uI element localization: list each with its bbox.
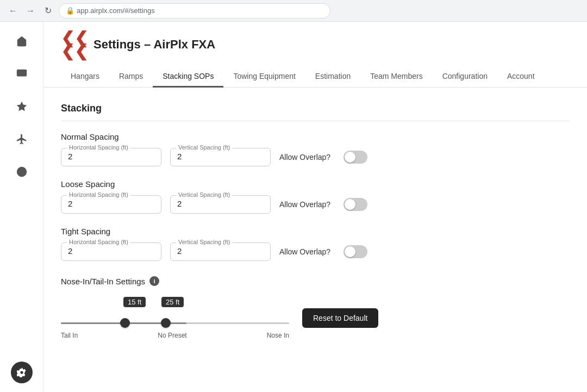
nose-tail-section: Nose-In/Tail-In Settings i 15 ft 25 ft bbox=[61, 276, 570, 339]
reset-to-default-button[interactable]: Reset to Default bbox=[302, 308, 378, 328]
loose-horizontal-field: Horizontal Spacing (ft) bbox=[61, 195, 161, 214]
loose-spacing-group: Loose Spacing Horizontal Spacing (ft) Ve… bbox=[61, 179, 570, 214]
tab-ramps[interactable]: Ramps bbox=[109, 66, 153, 88]
loose-vertical-label: Vertical Spacing (ft) bbox=[176, 191, 232, 198]
sidebar-icon-ramps[interactable] bbox=[11, 63, 33, 85]
normal-horizontal-input[interactable] bbox=[68, 152, 154, 161]
label-tail-in: Tail In bbox=[61, 332, 78, 339]
loose-spacing-fields: Horizontal Spacing (ft) Vertical Spacing… bbox=[61, 195, 570, 214]
tight-spacing-fields: Horizontal Spacing (ft) Vertical Spacing… bbox=[61, 242, 570, 261]
tab-account[interactable]: Account bbox=[497, 66, 545, 88]
address-bar[interactable]: 🔒 app.airplx.com/#/settings bbox=[59, 3, 330, 18]
browser-chrome: ← → ↻ 🔒 app.airplx.com/#/settings bbox=[0, 0, 587, 22]
logo-chevron: ❮❮❮❮ bbox=[61, 32, 88, 58]
normal-overlap-toggle[interactable] bbox=[344, 151, 367, 164]
tight-horizontal-field: Horizontal Spacing (ft) bbox=[61, 242, 161, 261]
normal-spacing-title: Normal Spacing bbox=[61, 132, 570, 141]
lock-icon: 🔒 bbox=[66, 7, 74, 15]
badge-25ft: 25 ft bbox=[161, 297, 184, 307]
tab-stacking-sops[interactable]: Stacking SOPs bbox=[153, 66, 223, 88]
normal-vertical-label: Vertical Spacing (ft) bbox=[176, 144, 232, 151]
slider-track-wrapper[interactable] bbox=[61, 318, 289, 328]
tight-horizontal-input[interactable] bbox=[68, 246, 154, 256]
svg-marker-3 bbox=[16, 102, 26, 111]
stacking-section-title: Stacking bbox=[61, 103, 570, 121]
slider-thumb-1[interactable] bbox=[120, 318, 130, 328]
normal-spacing-fields: Horizontal Spacing (ft) Vertical Spacing… bbox=[61, 148, 570, 166]
loose-overlap-toggle[interactable] bbox=[344, 198, 367, 211]
tight-spacing-group: Tight Spacing Horizontal Spacing (ft) Ve… bbox=[61, 227, 570, 261]
page-title-text: Settings – AirPlx FXA bbox=[93, 38, 215, 52]
tight-vertical-field: Vertical Spacing (ft) bbox=[170, 242, 271, 261]
nav-tabs: Hangars Ramps Stacking SOPs Towing Equip… bbox=[43, 66, 587, 88]
nose-tail-header: Nose-In/Tail-In Settings i bbox=[61, 276, 570, 286]
badge-15ft: 15 ft bbox=[123, 297, 146, 307]
tight-vertical-input[interactable] bbox=[177, 246, 264, 256]
settings-gear-button[interactable] bbox=[11, 362, 33, 383]
tight-spacing-title: Tight Spacing bbox=[61, 227, 570, 236]
sidebar-icon-hangars[interactable] bbox=[11, 30, 33, 52]
normal-vertical-field: Vertical Spacing (ft) bbox=[170, 148, 271, 166]
nose-tail-title: Nose-In/Tail-In Settings bbox=[61, 277, 145, 286]
slider-area: 15 ft 25 ft Tail In No Pr bbox=[61, 297, 289, 339]
sidebar-icon-planes[interactable] bbox=[11, 128, 33, 150]
label-nose-in: Nose In bbox=[267, 332, 289, 339]
loose-horizontal-label: Horizontal Spacing (ft) bbox=[67, 191, 130, 198]
sidebar-icon-billing[interactable] bbox=[11, 161, 33, 183]
label-no-preset: No Preset bbox=[158, 332, 186, 339]
normal-spacing-group: Normal Spacing Horizontal Spacing (ft) V… bbox=[61, 132, 570, 166]
slider-track bbox=[61, 322, 289, 324]
back-button[interactable]: ← bbox=[7, 4, 20, 17]
page-header: ❮❮❮❮ Settings – AirPlx FXA Hangars Ramps… bbox=[43, 22, 587, 88]
nose-tail-info-icon[interactable]: i bbox=[149, 276, 159, 286]
tight-overlap-label: Allow Overlap? bbox=[279, 247, 330, 256]
slider-labels-top: 15 ft 25 ft bbox=[61, 297, 289, 313]
slider-thumb-2[interactable] bbox=[161, 318, 171, 328]
tab-team-members[interactable]: Team Members bbox=[360, 66, 432, 88]
normal-overlap-label: Allow Overlap? bbox=[279, 153, 330, 161]
tab-towing-equipment[interactable]: Towing Equipment bbox=[223, 66, 305, 88]
normal-horizontal-field: Horizontal Spacing (ft) bbox=[61, 148, 161, 166]
main-content: ❮❮❮❮ Settings – AirPlx FXA Hangars Ramps… bbox=[43, 22, 587, 392]
refresh-button[interactable]: ↻ bbox=[41, 4, 54, 17]
slider-bottom-labels: Tail In No Preset Nose In bbox=[61, 332, 289, 339]
svg-rect-0 bbox=[16, 70, 26, 77]
loose-spacing-title: Loose Spacing bbox=[61, 179, 570, 189]
content-area: Stacking Normal Spacing Horizontal Spaci… bbox=[43, 88, 587, 354]
sidebar-icon-markers[interactable] bbox=[11, 96, 33, 117]
page-title: ❮❮❮❮ Settings – AirPlx FXA bbox=[61, 32, 570, 58]
tab-configuration[interactable]: Configuration bbox=[433, 66, 497, 88]
loose-vertical-field: Vertical Spacing (ft) bbox=[170, 195, 271, 214]
url-text: app.airplx.com/#/settings bbox=[77, 7, 155, 15]
forward-button[interactable]: → bbox=[24, 4, 37, 17]
slider-row: 15 ft 25 ft Tail In No Pr bbox=[61, 297, 570, 339]
loose-overlap-label: Allow Overlap? bbox=[279, 200, 330, 209]
loose-vertical-input[interactable] bbox=[177, 199, 264, 208]
normal-vertical-input[interactable] bbox=[177, 152, 264, 161]
tab-hangars[interactable]: Hangars bbox=[61, 66, 109, 88]
normal-horizontal-label: Horizontal Spacing (ft) bbox=[67, 144, 130, 151]
tab-estimation[interactable]: Estimation bbox=[305, 66, 360, 88]
tight-vertical-label: Vertical Spacing (ft) bbox=[176, 239, 232, 245]
tight-horizontal-label: Horizontal Spacing (ft) bbox=[67, 239, 130, 245]
tight-overlap-toggle[interactable] bbox=[344, 245, 367, 258]
loose-horizontal-input[interactable] bbox=[68, 199, 154, 208]
sidebar bbox=[0, 22, 43, 392]
